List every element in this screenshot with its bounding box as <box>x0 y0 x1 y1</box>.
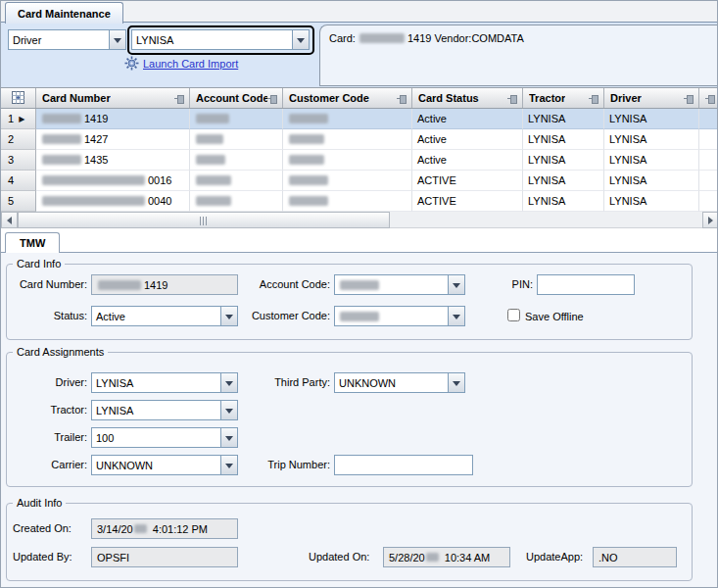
account-code-combo[interactable] <box>334 274 465 295</box>
dropdown-arrow-icon[interactable] <box>448 373 464 392</box>
pin-icon[interactable] <box>174 93 185 104</box>
redacted-text <box>340 312 379 321</box>
pin-icon[interactable] <box>507 93 518 104</box>
horizontal-scrollbar[interactable] <box>1 212 718 228</box>
scroll-right-button[interactable] <box>702 212 718 228</box>
table-cell <box>190 191 283 212</box>
row-selector[interactable]: 5 <box>1 191 36 212</box>
redacted-text <box>289 114 328 123</box>
redacted-text <box>359 33 405 43</box>
table-cell: LYNISA <box>604 191 699 212</box>
table-cell <box>699 129 718 150</box>
row-number: 4 <box>8 174 14 186</box>
tab-card-maintenance-label: Card Maintenance <box>18 8 111 20</box>
update-app-label: UpdateApp: <box>526 551 583 563</box>
filter-type-combo[interactable]: Driver <box>8 29 126 50</box>
dropdown-arrow-icon[interactable] <box>292 30 309 49</box>
column-header-label: Card Status <box>418 92 479 104</box>
table-cell: 1435 <box>36 150 190 171</box>
carrier-value: UNKNOWN <box>92 456 220 474</box>
third-party-combo[interactable]: UNKNOWN <box>334 372 465 393</box>
dropdown-arrow-icon[interactable] <box>220 373 237 392</box>
table-row[interactable]: 40016ACTIVELYNISALYNISA <box>1 171 718 191</box>
column-header-tractor[interactable]: Tractor <box>523 88 604 108</box>
filter-value-combo[interactable]: LYNISA <box>131 29 310 50</box>
dropdown-arrow-icon[interactable] <box>220 401 237 419</box>
updated-on-field: 5/28/20 10:34 AM <box>383 547 510 567</box>
row-selector[interactable]: 4 <box>1 171 36 191</box>
status-combo[interactable]: Active <box>91 306 238 326</box>
pin-icon[interactable] <box>684 93 694 104</box>
trailer-value: 100 <box>92 428 220 447</box>
audit-info-group: Audit Info <box>6 497 693 581</box>
dropdown-arrow-icon[interactable] <box>448 307 464 325</box>
driver-combo[interactable]: LYNISA <box>91 372 238 393</box>
account-code-label: Account Code: <box>236 278 330 290</box>
redacted-text <box>289 134 324 144</box>
trailer-combo[interactable]: 100 <box>91 427 238 448</box>
column-header-driver[interactable]: Driver <box>604 88 699 108</box>
table-cell <box>283 129 412 150</box>
scroll-left-button[interactable] <box>1 212 18 228</box>
dropdown-arrow-icon[interactable] <box>109 30 125 49</box>
redacted-text <box>42 134 81 144</box>
carrier-label: Carrier: <box>13 459 87 470</box>
carrier-combo[interactable]: UNKNOWN <box>91 455 238 475</box>
column-header-extra[interactable] <box>699 88 718 108</box>
redacted-text <box>196 114 229 123</box>
column-header-label: Customer Code <box>289 92 369 104</box>
scrollbar-grip-icon <box>200 217 209 225</box>
column-header-customer-code[interactable]: Customer Code <box>283 88 412 108</box>
redacted-text <box>340 280 379 290</box>
column-header-label: Tractor <box>529 92 565 104</box>
pin-input[interactable] <box>537 274 635 295</box>
main-tab-bar: Card Maintenance <box>1 1 718 23</box>
third-party-label: Third Party: <box>248 376 330 388</box>
pin-icon[interactable] <box>705 93 716 104</box>
card-banner-panel: Card: 1419 Vendor:COMDATA <box>319 24 718 86</box>
customer-code-combo[interactable] <box>334 306 465 326</box>
table-cell: 0016 <box>36 171 190 191</box>
row-selector[interactable]: 1▶ <box>1 109 36 129</box>
card-assignments-legend: Card Assignments <box>13 346 108 358</box>
table-cell: LYNISA <box>523 171 604 191</box>
tab-tmw[interactable]: TMW <box>5 232 60 253</box>
grid-rows: 1▶1419ActiveLYNISALYNISA21427ActiveLYNIS… <box>1 109 718 212</box>
save-offline-checkbox[interactable] <box>507 309 520 321</box>
table-cell <box>283 191 412 212</box>
trip-number-input[interactable] <box>334 455 473 475</box>
dropdown-arrow-icon[interactable] <box>220 428 237 447</box>
table-row[interactable]: 31435ActiveLYNISALYNISA <box>1 150 718 171</box>
tractor-combo[interactable]: LYNISA <box>91 400 238 420</box>
table-cell: LYNISA <box>604 109 699 129</box>
table-cell: LYNISA <box>523 150 604 171</box>
column-header-card-status[interactable]: Card Status <box>412 88 523 108</box>
table-cell <box>699 109 718 129</box>
filter-type-value: Driver <box>9 30 109 49</box>
tab-card-maintenance[interactable]: Card Maintenance <box>5 2 123 24</box>
row-selector[interactable]: 3 <box>1 150 36 171</box>
pin-icon[interactable] <box>589 93 599 104</box>
column-header-card-number[interactable]: Card Number <box>36 88 190 108</box>
horizontal-scrollbar-thumb[interactable] <box>18 212 390 228</box>
customer-code-value <box>335 307 448 325</box>
table-cell: LYNISA <box>604 129 699 150</box>
launch-card-import-link[interactable]: Launch Card Import <box>124 56 238 71</box>
update-app-field: .NO <box>593 547 677 567</box>
pin-icon[interactable] <box>397 93 407 104</box>
dropdown-arrow-icon[interactable] <box>448 275 464 294</box>
updated-on-label: Updated On: <box>309 551 369 563</box>
table-cell: LYNISA <box>523 191 604 212</box>
pin-icon[interactable] <box>267 93 278 104</box>
row-selector[interactable]: 2 <box>1 129 36 150</box>
redacted-text <box>42 175 145 185</box>
dropdown-arrow-icon[interactable] <box>220 456 237 474</box>
table-row[interactable]: 21427ActiveLYNISALYNISA <box>1 129 718 150</box>
column-header-account-code[interactable]: Account Code <box>190 88 283 108</box>
table-row[interactable]: 1▶1419ActiveLYNISALYNISA <box>1 109 718 129</box>
field-chooser-button[interactable] <box>1 88 36 108</box>
dropdown-arrow-icon[interactable] <box>220 307 237 325</box>
table-row[interactable]: 50040ACTIVELYNISALYNISA <box>1 191 718 212</box>
created-on-label: Created On: <box>13 522 72 534</box>
table-cell <box>283 171 412 191</box>
